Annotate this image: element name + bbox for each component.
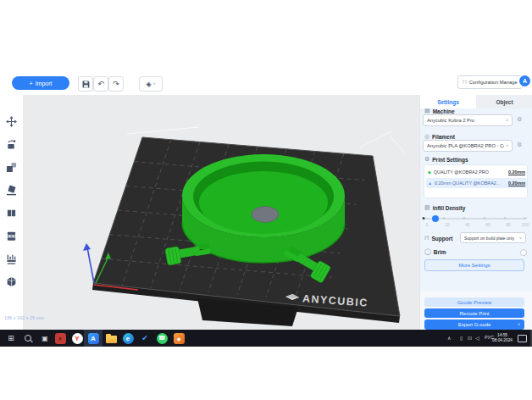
infill-icon: ▨ xyxy=(424,204,430,211)
taskbar-app-yandex[interactable]: Y xyxy=(70,331,84,345)
scale-icon xyxy=(6,162,17,173)
slider-min-dot xyxy=(423,217,425,219)
perspective-view-tool-button[interactable] xyxy=(3,273,19,290)
display-icon[interactable]: ⊡ xyxy=(468,335,472,341)
infill-slider[interactable] xyxy=(424,218,525,219)
tray-expand-chevron[interactable]: ∧ xyxy=(447,335,451,341)
tick-label: 80 xyxy=(506,222,511,227)
taskbar-app-orange[interactable]: ◆ xyxy=(172,331,186,345)
slider-tick xyxy=(443,217,446,219)
model-center-hole xyxy=(252,207,279,223)
rotate-tool-button[interactable] xyxy=(3,136,19,153)
split-to-parts-icon xyxy=(6,231,17,242)
viewport-canvas[interactable]: ANYCUBIC xyxy=(23,95,419,330)
chevron-down-icon: ˅ xyxy=(153,81,156,86)
support-section-label: ⊓ Support xyxy=(424,235,452,242)
tab-object[interactable]: Object xyxy=(476,95,532,108)
filament-icon: ◎ xyxy=(424,133,429,140)
import-label: Import xyxy=(36,81,53,86)
move-icon xyxy=(6,116,17,127)
brim-section-label: ◯ Brim xyxy=(424,248,446,255)
taskbar-app-edge[interactable]: e xyxy=(121,331,135,345)
print-profile-row[interactable]: ◆ QUALITY @KOBRA2 PRO 0.20mm xyxy=(426,167,527,177)
place-on-face-tool-button[interactable] xyxy=(3,181,19,198)
titlebar: A File Edit Settings View Help footpot_A… xyxy=(0,49,532,75)
whatsapp-app-icon: ☎ xyxy=(157,333,168,344)
right-panel: Settings Object ▤ Machine Anycubic Kobra… xyxy=(419,95,532,330)
orange-app-icon: ◆ xyxy=(174,333,185,344)
taskbar-app-whatsapp[interactable]: ☎ xyxy=(155,331,169,345)
print-profile-row-selected[interactable]: ▲ 0.20mm QUALITY @KOBRA2... 0.20mm xyxy=(426,178,527,188)
redo-button[interactable]: ↷ xyxy=(108,76,124,92)
yandex-app-icon: Y xyxy=(72,333,83,344)
paint-icon xyxy=(6,253,17,264)
support-icon: ⊓ xyxy=(424,235,429,242)
undo-button[interactable]: ↶ xyxy=(93,76,108,92)
filament-section-label: ◎ Filament xyxy=(424,133,455,140)
configuration-manage-label: Configuration Manage xyxy=(469,80,518,85)
tick-label: 0 xyxy=(426,222,429,227)
infill-slider-handle[interactable] xyxy=(432,215,439,222)
slider-tick xyxy=(524,217,527,219)
move-tool-button[interactable] xyxy=(3,113,19,130)
machine-gear-icon[interactable]: ⚙ xyxy=(517,116,522,123)
import-button[interactable]: + Import xyxy=(12,76,69,90)
infill-section-label: ▨ Infill Density xyxy=(424,204,465,211)
search-icon xyxy=(25,335,31,342)
brim-toggle[interactable] xyxy=(520,249,527,256)
tick-label: 20 xyxy=(445,222,450,227)
arrange-button[interactable]: ◈ ˅ xyxy=(139,76,163,92)
recorder-app-icon: ● xyxy=(55,333,66,344)
battery-icon[interactable]: ▯ xyxy=(460,335,463,341)
action-center-icon[interactable] xyxy=(518,335,527,342)
arrange-icon: ◈ xyxy=(146,81,151,88)
chevron-down-icon: ˅ xyxy=(506,143,508,148)
print-settings-section-label: ⚙ Print Settings xyxy=(424,156,468,163)
cut-icon xyxy=(6,208,17,219)
paint-tool-button[interactable] xyxy=(3,250,19,267)
task-view-button[interactable]: ▣ xyxy=(38,331,52,345)
machine-icon: ▤ xyxy=(424,108,430,114)
scale-tool-button[interactable] xyxy=(3,158,19,175)
user-avatar[interactable]: A xyxy=(519,75,530,86)
split-to-parts-tool-button[interactable] xyxy=(3,227,19,244)
filament-select[interactable]: Anycubic PLA @KOBRA2 PRO - Copy ˅ xyxy=(423,140,513,152)
grid-icon: ∷ xyxy=(463,79,466,86)
left-tool-strip xyxy=(0,95,24,330)
taskbar-app-anycubic-active[interactable]: A xyxy=(86,331,100,345)
print-profile-list: ◆ QUALITY @KOBRA2 PRO 0.20mm ▲ 0.20mm QU… xyxy=(424,164,528,198)
place-on-face-icon xyxy=(6,185,17,196)
start-button[interactable]: ⊞ xyxy=(4,331,18,345)
taskbar-app-recorder[interactable]: ● xyxy=(53,331,67,345)
tick-label: 40 xyxy=(465,222,470,227)
taskbar-app-check[interactable]: ✔ xyxy=(138,331,152,345)
gcode-preview-button[interactable]: Gcode Preview xyxy=(424,297,524,307)
brim-icon: ◯ xyxy=(424,248,431,255)
machine-select[interactable]: Anycubic Kobra 2 Pro ˅ xyxy=(423,114,513,126)
taskbar-app-explorer[interactable] xyxy=(104,331,118,345)
floppy-icon xyxy=(81,80,91,89)
configuration-manage-button[interactable]: ∷ Configuration Manage xyxy=(457,75,523,89)
save-button[interactable] xyxy=(78,76,93,92)
more-settings-button[interactable]: More Settings xyxy=(424,259,524,271)
print-settings-icon: ⚙ xyxy=(424,156,429,163)
cut-tool-button[interactable] xyxy=(3,204,19,221)
chevron-down-icon: ˅ xyxy=(519,236,522,241)
filament-gear-icon[interactable]: ⚙ xyxy=(517,142,522,148)
export-gcode-button[interactable]: Export G-code ˅ xyxy=(424,319,524,330)
edge-app-icon: e xyxy=(123,333,134,344)
volume-icon[interactable]: ◁ xyxy=(475,335,479,341)
remote-print-button[interactable]: Remote Print xyxy=(424,308,524,318)
tick-label: 60 xyxy=(485,222,490,227)
clock-date: 08.04.2024 xyxy=(491,338,513,343)
support-select[interactable]: Support on build plate only ˅ xyxy=(460,232,526,243)
folder-icon xyxy=(106,334,117,343)
search-button[interactable] xyxy=(21,331,35,345)
profile-layer-icon: ▲ xyxy=(428,181,432,186)
tab-settings[interactable]: Settings xyxy=(420,95,476,108)
desktop: { "titlebar": { "title": "footpot_A", "l… xyxy=(0,0,532,400)
slider-tick xyxy=(504,217,507,219)
perspective-cube-icon xyxy=(6,276,17,287)
taskbar-clock[interactable]: 14:55 08.04.2024 xyxy=(491,333,513,343)
viewport-3d[interactable]: ANYCUBIC xyxy=(23,95,419,330)
